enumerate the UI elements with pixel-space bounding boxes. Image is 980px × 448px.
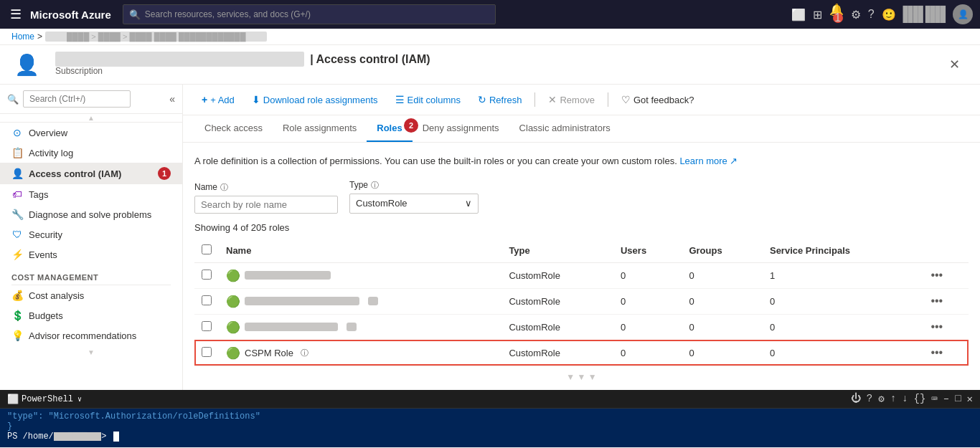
- type-filter-select[interactable]: CustomRole ∨: [349, 194, 479, 214]
- activity-log-icon: 📋: [11, 147, 23, 158]
- edit-columns-button[interactable]: ☰ Edit columns: [388, 90, 468, 109]
- tags-icon: 🏷: [11, 189, 23, 200]
- row2-sp: 0: [763, 288, 923, 314]
- row1-checkbox-cell: [194, 262, 219, 288]
- row4-actions: •••: [923, 340, 969, 366]
- sidebar-item-tags[interactable]: 🏷 Tags: [0, 184, 182, 204]
- role-icon: 🟢: [226, 320, 240, 334]
- cloud-shell-icon[interactable]: ⬜: [791, 8, 806, 22]
- close-icon[interactable]: ✕: [943, 57, 966, 72]
- terminal-minimize-icon[interactable]: –: [943, 393, 949, 405]
- title-blurred: ████████████████████: [55, 52, 304, 67]
- terminal-help-icon[interactable]: ?: [867, 393, 872, 405]
- sidebar-item-budgets[interactable]: 💲 Budgets: [0, 305, 182, 325]
- terminal-header: ⬜ PowerShell ∨ ⏻ ? ⚙ ↑ ↓ {} ⌨ – □ ✕: [0, 390, 980, 409]
- sidebar: 🔍 « ▲ ⊙ Overview 📋 Activity log 👤 Access…: [0, 85, 183, 390]
- terminal-terminal-icon[interactable]: ⌨: [931, 393, 937, 405]
- row3-name-cell: 🟢: [219, 314, 501, 340]
- row3-more-button[interactable]: •••: [930, 320, 943, 333]
- row2-checkbox-cell: [194, 288, 219, 314]
- content-wrapper: + + Add ⬇ Download role assignments ☰ Ed…: [183, 85, 980, 390]
- row4-checkbox[interactable]: [202, 347, 212, 357]
- help-icon[interactable]: ?: [868, 8, 875, 21]
- row3-checkbox[interactable]: [202, 321, 212, 331]
- terminal-close-icon[interactable]: ✕: [967, 393, 973, 405]
- terminal-body: "type": "Microsoft.Authorization/roleDef…: [0, 409, 980, 447]
- add-button[interactable]: + + Add: [194, 90, 242, 109]
- terminal-download-icon[interactable]: ↓: [902, 393, 908, 405]
- row3-actions: •••: [923, 314, 969, 340]
- sidebar-search-container: 🔍 «: [0, 85, 182, 114]
- terminal-code-icon[interactable]: {}: [914, 393, 926, 405]
- sidebar-item-access-control[interactable]: 👤 Access control (IAM) 1: [0, 163, 182, 184]
- row2-more-button[interactable]: •••: [930, 295, 943, 308]
- step-badge: 2: [404, 118, 418, 133]
- sidebar-item-label: Budgets: [29, 310, 63, 321]
- page-subtitle: Subscription: [55, 66, 430, 76]
- tab-role-assignments[interactable]: Role assignments: [273, 115, 367, 142]
- sidebar-item-activity-log[interactable]: 📋 Activity log: [0, 143, 182, 163]
- sidebar-item-security[interactable]: 🛡 Security: [0, 224, 182, 244]
- user-info[interactable]: ████ ████ ████ ████: [903, 6, 946, 23]
- tab-deny-assignments[interactable]: Deny assignments: [413, 115, 509, 142]
- sidebar-item-overview[interactable]: ⊙ Overview: [0, 123, 182, 143]
- refresh-icon: ↻: [478, 94, 486, 105]
- sidebar-search-input[interactable]: [23, 90, 131, 108]
- feedback-button[interactable]: ♡ Got feedback?: [614, 90, 702, 109]
- table-row: 🟢 CustomRole 0 0 0 •••: [194, 288, 969, 314]
- sidebar-scroll-up: ▲: [0, 114, 182, 123]
- settings-icon[interactable]: ⚙: [851, 8, 861, 22]
- row1-type: CustomRole: [501, 262, 613, 288]
- hamburger-menu[interactable]: ☰: [7, 4, 24, 25]
- role-name-blurred: [245, 271, 331, 280]
- name-filter-input[interactable]: [194, 196, 338, 214]
- portal-menu-icon[interactable]: ⊞: [813, 8, 822, 22]
- tab-check-access[interactable]: Check access: [194, 115, 273, 142]
- toolbar: + + Add ⬇ Download role assignments ☰ Ed…: [183, 85, 980, 115]
- sidebar-item-cost-analysis[interactable]: 💰 Cost analysis: [0, 285, 182, 305]
- tabs-container: Check access Role assignments Roles Deny…: [183, 115, 980, 143]
- role-name-blurred: [245, 323, 338, 331]
- global-search-input[interactable]: [145, 9, 489, 19]
- select-all-checkbox[interactable]: [202, 244, 212, 254]
- col-actions: [923, 239, 969, 263]
- sidebar-item-label: Advisor recommendations: [29, 330, 136, 341]
- terminal-upload-icon[interactable]: ↑: [890, 393, 896, 405]
- global-search-bar[interactable]: 🔍: [123, 4, 496, 24]
- tab-classic-admins[interactable]: Classic administrators: [509, 115, 621, 142]
- row1-more-button[interactable]: •••: [930, 269, 943, 282]
- download-button[interactable]: ⬇ Download role assignments: [245, 90, 385, 109]
- search-icon: 🔍: [129, 9, 141, 20]
- main-content: A role definition is a collection of per…: [183, 143, 980, 390]
- name-filter-group: Name ⓘ: [194, 182, 338, 214]
- roles-table: Name Type Users Groups Service Principal…: [194, 239, 969, 366]
- breadcrumb-home[interactable]: Home: [11, 32, 34, 42]
- sidebar-item-events[interactable]: ⚡ Events: [0, 244, 182, 264]
- sidebar-item-label: Overview: [29, 128, 67, 138]
- terminal-settings-icon[interactable]: ⚙: [878, 393, 884, 405]
- row4-groups: 0: [682, 340, 763, 366]
- sidebar-item-diagnose[interactable]: 🔧 Diagnose and solve problems: [0, 204, 182, 224]
- cost-management-section: Cost Management: [0, 264, 182, 285]
- notifications-icon[interactable]: 🔔 1: [829, 3, 844, 27]
- row4-more-button[interactable]: •••: [930, 346, 943, 359]
- row4-type: CustomRole: [501, 340, 613, 366]
- name-filter-label: Name ⓘ: [194, 182, 338, 193]
- terminal-restore-icon[interactable]: □: [955, 393, 961, 405]
- remove-button[interactable]: ✕ Remove: [541, 90, 601, 109]
- terminal: ⬜ PowerShell ∨ ⏻ ? ⚙ ↑ ↓ {} ⌨ – □ ✕ "typ…: [0, 390, 980, 447]
- refresh-button[interactable]: ↻ Refresh: [471, 90, 529, 109]
- learn-more-link[interactable]: Learn more ↗: [679, 156, 738, 166]
- row1-checkbox[interactable]: [202, 270, 212, 280]
- row2-checkbox[interactable]: [202, 295, 212, 305]
- sidebar-collapse-icon[interactable]: «: [169, 93, 175, 105]
- breadcrumb: Home > ████ > ████ > ████ ████ █████████…: [0, 29, 980, 45]
- terminal-power-icon[interactable]: ⏻: [851, 393, 861, 405]
- feedback-icon[interactable]: 🙂: [882, 8, 896, 22]
- type-filter-group: Type ⓘ CustomRole ∨: [349, 180, 479, 214]
- cspm-role-name: CSPM Role: [245, 348, 293, 358]
- avatar[interactable]: 👤: [953, 4, 973, 24]
- row1-actions: •••: [923, 262, 969, 288]
- name-info-icon: ⓘ: [220, 182, 228, 193]
- sidebar-item-advisor[interactable]: 💡 Advisor recommendations: [0, 325, 182, 345]
